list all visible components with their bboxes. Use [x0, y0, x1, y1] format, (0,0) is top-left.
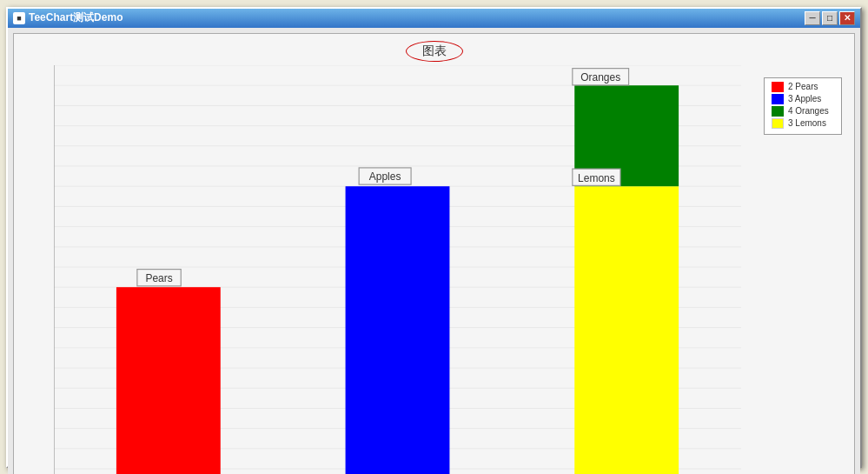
svg-text:Lemons: Lemons [578, 171, 615, 184]
title-bar-buttons: ─ □ ✕ [805, 11, 855, 25]
title-bar: ■ TeeChart测试Demo ─ □ ✕ [8, 9, 860, 28]
maximize-button[interactable]: □ [822, 11, 838, 25]
minimize-button[interactable]: ─ [805, 11, 820, 25]
bar-pears [116, 287, 221, 474]
y-axis-labels [14, 69, 54, 475]
svg-text:Oranges: Oranges [580, 71, 620, 83]
window-title: TeeChart测试Demo [29, 10, 123, 25]
bar-apples [346, 186, 450, 474]
svg-wrapper: Pears Apples [54, 65, 741, 475]
close-button[interactable]: ✕ [839, 11, 855, 25]
window-content: 图表 2 Pears 3 Apples 4 Oranges 3 [8, 28, 860, 475]
svg-text:Apples: Apples [369, 170, 401, 183]
svg-text:Pears: Pears [145, 272, 172, 284]
bar-lemons [574, 186, 679, 474]
chart-svg: Pears Apples [54, 65, 741, 475]
app-icon: ■ [13, 12, 25, 24]
chart-title: 图表 [406, 41, 463, 62]
chart-title-area: 图表 [14, 34, 854, 65]
main-window: ■ TeeChart测试Demo ─ □ ✕ 图表 2 Pears [6, 7, 862, 468]
chart-container: 图表 2 Pears 3 Apples 4 Oranges 3 [13, 33, 855, 475]
title-bar-title: ■ TeeChart测试Demo [13, 10, 123, 25]
chart-drawing-area: Pears Apples [14, 65, 854, 475]
